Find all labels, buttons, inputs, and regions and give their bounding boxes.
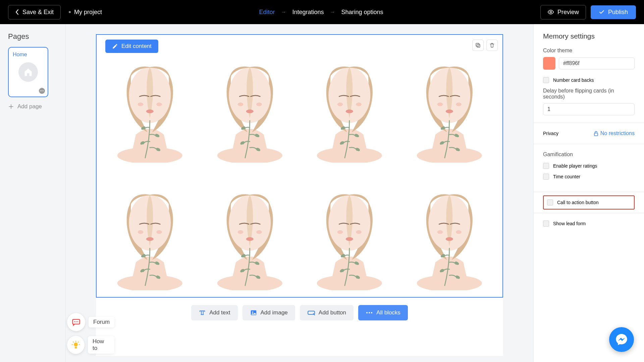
delay-input[interactable] bbox=[543, 103, 635, 115]
color-theme-label: Color theme bbox=[543, 48, 635, 54]
top-header: Save & Exit My project Editor → Integrat… bbox=[0, 0, 644, 24]
trash-icon bbox=[489, 42, 495, 48]
memory-card[interactable] bbox=[100, 166, 200, 294]
plus-icon bbox=[8, 104, 14, 110]
checkbox[interactable] bbox=[543, 163, 549, 169]
header-left: Save & Exit My project bbox=[8, 5, 102, 19]
privacy-value-text: No restrictions bbox=[600, 130, 635, 136]
privacy-label: Privacy bbox=[543, 131, 558, 136]
color-swatch[interactable] bbox=[543, 57, 555, 70]
svg-point-3 bbox=[43, 90, 44, 92]
all-blocks-label: All blocks bbox=[376, 309, 400, 316]
svg-point-82 bbox=[456, 230, 462, 234]
panel-title: Memory settings bbox=[543, 32, 635, 40]
svg-point-81 bbox=[437, 230, 443, 234]
add-image-label: Add image bbox=[261, 309, 288, 316]
save-exit-button[interactable]: Save & Exit bbox=[8, 5, 61, 19]
enable-ratings-label: Enable player ratings bbox=[553, 163, 597, 169]
svg-point-88 bbox=[371, 312, 372, 313]
memory-card[interactable] bbox=[300, 166, 399, 294]
svg-point-37 bbox=[356, 103, 362, 106]
privacy-value[interactable]: No restrictions bbox=[594, 130, 635, 136]
add-page-button[interactable]: Add page bbox=[8, 103, 57, 110]
publish-button[interactable]: Publish bbox=[591, 5, 636, 19]
tab-integrations[interactable]: Integrations bbox=[292, 9, 324, 16]
memory-card[interactable] bbox=[200, 166, 300, 294]
svg-point-58 bbox=[246, 237, 253, 241]
header-tabs: Editor → Integrations → Sharing options bbox=[259, 9, 383, 16]
tab-sharing[interactable]: Sharing options bbox=[341, 9, 383, 16]
svg-point-0 bbox=[550, 11, 551, 13]
publish-label: Publish bbox=[608, 9, 628, 16]
svg-point-73 bbox=[356, 230, 362, 234]
svg-point-36 bbox=[337, 103, 343, 106]
svg-point-6 bbox=[76, 321, 77, 322]
home-icon bbox=[18, 62, 38, 82]
checkbox[interactable] bbox=[547, 199, 553, 205]
memory-card[interactable] bbox=[399, 38, 499, 166]
enable-ratings-row[interactable]: Enable player ratings bbox=[543, 163, 635, 169]
show-lead-row[interactable]: Show lead form bbox=[543, 221, 635, 227]
eye-icon bbox=[547, 9, 554, 15]
more-horizontal-icon bbox=[366, 311, 373, 314]
edit-content-button[interactable]: Edit content bbox=[105, 40, 158, 53]
svg-point-63 bbox=[237, 230, 243, 234]
add-page-label: Add page bbox=[17, 103, 42, 110]
pages-title: Pages bbox=[8, 32, 57, 41]
preview-button[interactable]: Preview bbox=[540, 5, 586, 19]
all-blocks-button[interactable]: All blocks bbox=[358, 305, 408, 320]
time-counter-label: Time counter bbox=[553, 174, 580, 179]
svg-rect-89 bbox=[594, 133, 598, 136]
memory-card[interactable] bbox=[100, 38, 200, 166]
svg-point-22 bbox=[246, 110, 253, 113]
memory-game-block[interactable]: Edit content bbox=[96, 34, 503, 298]
page-thumbnail-label: Home bbox=[13, 52, 44, 58]
svg-point-46 bbox=[456, 103, 462, 106]
block-tools bbox=[472, 40, 498, 51]
svg-rect-10 bbox=[476, 43, 479, 46]
project-name-text: My project bbox=[74, 9, 102, 16]
add-button-button[interactable]: Add button bbox=[300, 305, 354, 320]
floating-help-buttons: Forum How to bbox=[67, 313, 114, 354]
duplicate-button[interactable] bbox=[472, 40, 484, 51]
svg-point-19 bbox=[156, 103, 162, 106]
number-card-backs-label: Number card backs bbox=[553, 77, 594, 83]
svg-point-55 bbox=[156, 230, 162, 234]
cta-row[interactable]: Call to action button bbox=[547, 199, 631, 205]
arrow-right-icon: → bbox=[330, 9, 335, 15]
canvas: Edit content bbox=[96, 34, 503, 356]
save-exit-label: Save & Exit bbox=[22, 9, 54, 16]
left-sidebar: Pages Home Add page Forum bbox=[0, 24, 66, 362]
checkbox[interactable] bbox=[543, 77, 549, 83]
memory-card[interactable] bbox=[399, 166, 499, 294]
howto-button[interactable]: How to bbox=[67, 336, 114, 354]
memory-card[interactable] bbox=[200, 38, 300, 166]
checkbox[interactable] bbox=[543, 221, 549, 227]
messenger-fab[interactable] bbox=[609, 327, 634, 352]
number-card-backs-row[interactable]: Number card backs bbox=[543, 77, 635, 83]
show-lead-label: Show lead form bbox=[553, 221, 586, 226]
add-text-label: Add text bbox=[209, 309, 230, 316]
delete-button[interactable] bbox=[486, 40, 498, 51]
color-input[interactable] bbox=[559, 57, 635, 69]
chat-icon bbox=[71, 317, 81, 327]
svg-point-64 bbox=[256, 230, 262, 234]
settings-panel: Memory settings Color theme Number card … bbox=[533, 24, 644, 362]
page-thumbnail-home[interactable]: Home bbox=[8, 47, 48, 97]
privacy-row[interactable]: Privacy No restrictions bbox=[534, 123, 644, 144]
add-text-button[interactable]: Add text bbox=[191, 305, 237, 320]
tab-editor[interactable]: Editor bbox=[259, 9, 275, 16]
more-icon[interactable] bbox=[39, 88, 45, 94]
edit-content-label: Edit content bbox=[121, 43, 152, 50]
svg-point-13 bbox=[146, 110, 154, 113]
add-image-button[interactable]: Add image bbox=[243, 305, 295, 320]
memory-card[interactable] bbox=[300, 38, 399, 166]
svg-point-18 bbox=[138, 103, 144, 106]
checkbox[interactable] bbox=[543, 174, 549, 180]
arrow-right-icon: → bbox=[281, 9, 286, 15]
svg-point-54 bbox=[138, 230, 144, 234]
delay-label: Delay before flipping cards (in seconds) bbox=[543, 88, 635, 100]
time-counter-row[interactable]: Time counter bbox=[543, 174, 635, 180]
forum-button[interactable]: Forum bbox=[67, 313, 114, 331]
header-right: Preview Publish bbox=[540, 5, 636, 19]
